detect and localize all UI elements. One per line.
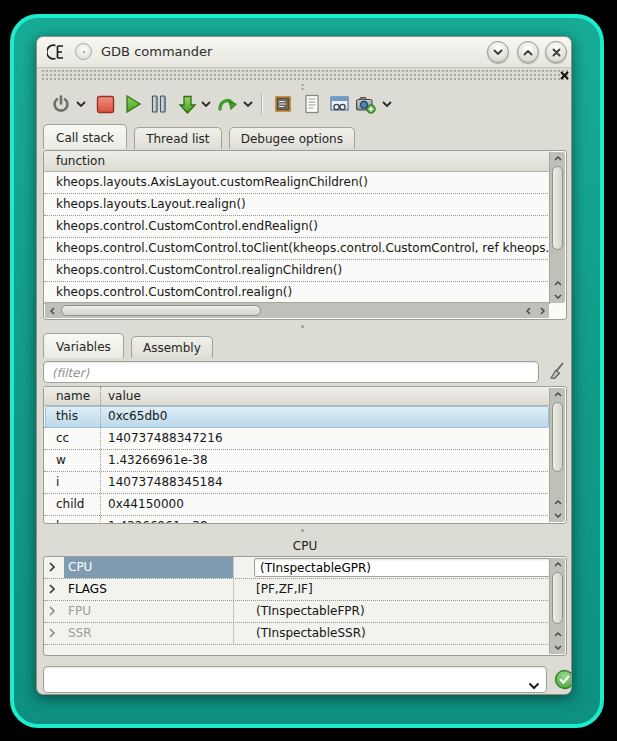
send-command-button[interactable] (554, 669, 572, 690)
chevron-up-icon (523, 49, 533, 56)
scroll-left-icon[interactable] (45, 303, 59, 318)
callstack-row[interactable]: kheops.control.CustomControl.realign() (44, 282, 550, 304)
close-icon (552, 48, 561, 57)
shade-button[interactable] (487, 41, 509, 63)
gdb-command-input[interactable] (44, 667, 522, 692)
cpu-group-title: CPU (37, 539, 572, 553)
power-button[interactable] (49, 91, 73, 117)
variables-vscrollbar[interactable] (549, 388, 565, 522)
variable-row[interactable]: cc140737488347216 (44, 428, 550, 450)
variables-vthumb[interactable] (552, 402, 563, 472)
cpu-value-field[interactable]: (TInspectableGPR) (255, 559, 549, 578)
cpu-vthumb[interactable] (552, 572, 563, 624)
variable-row[interactable]: i140737488345184 (44, 472, 550, 494)
scroll-down-icon[interactable] (550, 290, 565, 303)
step-into-icon (177, 94, 198, 115)
splitter-handle[interactable] (301, 529, 304, 532)
scroll-right-icon[interactable] (535, 303, 549, 318)
scroll-down-icon[interactable] (550, 641, 565, 654)
filter-field[interactable] (43, 361, 539, 383)
power-dropdown[interactable] (75, 98, 87, 110)
cpu-row[interactable]: FLAGS [PF,ZF,IF] (44, 579, 550, 601)
disassembly-icon (302, 94, 322, 114)
filter-input[interactable] (44, 363, 538, 383)
callstack-hscrollbar[interactable] (45, 302, 549, 318)
scroll-up-icon[interactable] (550, 388, 565, 401)
tab-call-stack[interactable]: Call stack (43, 124, 127, 149)
step-over-button[interactable] (215, 91, 239, 117)
toolbar-separator (261, 93, 262, 115)
callstack-row[interactable]: kheops.control.CustomControl.realignChil… (44, 260, 550, 282)
scroll-up-icon[interactable] (550, 558, 565, 571)
scroll-up-icon[interactable] (550, 277, 565, 290)
callstack-vthumb[interactable] (552, 166, 563, 250)
scroll-up-icon[interactable] (550, 152, 565, 165)
stop-button[interactable] (93, 91, 117, 117)
step-into-dropdown[interactable] (200, 98, 212, 110)
pause-button[interactable] (147, 91, 171, 117)
snapshot-dropdown[interactable] (381, 98, 393, 110)
tab-variables[interactable]: Variables (43, 333, 124, 358)
titlebar[interactable]: GDB commander (37, 37, 571, 68)
debug-toolbar (37, 85, 572, 123)
cpu-row[interactable]: FPU (TInspectableFPR) (44, 601, 550, 623)
expander-icon[interactable] (49, 561, 55, 575)
gdb-command-combobox[interactable] (43, 666, 547, 693)
window-menu-button[interactable] (75, 43, 92, 60)
chevron-down-icon (493, 49, 503, 56)
disassembly-button[interactable] (300, 91, 324, 117)
dock-close-button[interactable] (557, 68, 571, 82)
variables-col-value[interactable]: value (108, 387, 141, 405)
variables-col-name[interactable]: name (56, 389, 90, 403)
expander-icon[interactable] (49, 583, 55, 597)
variable-row[interactable]: w1.43266961e-38 (44, 450, 550, 472)
callstack-row[interactable]: kheops.control.CustomControl.endRealign(… (44, 216, 550, 238)
callstack-vscrollbar[interactable] (549, 152, 565, 303)
cpu-panel: CPU (TInspectableGPR) FLAGS [PF,ZF,IF] F… (43, 556, 567, 656)
scroll-left-icon[interactable] (521, 303, 535, 318)
cpu-vscrollbar[interactable] (549, 558, 565, 654)
scroll-up-icon[interactable] (550, 496, 565, 509)
variable-row[interactable]: h1.43266961e-38 (44, 516, 550, 524)
chevron-down-icon (528, 682, 540, 690)
variable-row[interactable]: this 0xc65db0 (44, 406, 550, 428)
step-over-icon (216, 94, 238, 115)
cpu-view-button[interactable] (271, 91, 295, 117)
cpu-row[interactable]: CPU (TInspectableGPR) (44, 557, 550, 579)
menu-dot-icon (83, 51, 85, 53)
callstack-row[interactable]: kheops.control.CustomControl.toClient(kh… (44, 238, 550, 260)
clear-filter-button[interactable] (545, 359, 569, 383)
cpu-row[interactable]: SSR (TInspectableSSR) (44, 623, 550, 645)
tab-debugee-options[interactable]: Debugee options (229, 127, 355, 149)
check-icon (554, 669, 572, 690)
variable-row[interactable]: child0x44150000 (44, 494, 550, 516)
chevron-down-icon (382, 101, 392, 107)
scroll-down-icon[interactable] (550, 509, 565, 522)
run-button[interactable] (121, 91, 145, 117)
tab-assembly[interactable]: Assembly (131, 336, 213, 358)
callstack-hthumb[interactable] (61, 305, 261, 316)
step-into-button[interactable] (175, 91, 199, 117)
expander-icon[interactable] (49, 627, 55, 641)
maximize-button[interactable] (517, 41, 539, 63)
callstack-row[interactable]: kheops.layouts.AxisLayout.customRealignC… (44, 172, 550, 194)
step-over-dropdown[interactable] (242, 98, 254, 110)
snapshot-button[interactable] (354, 91, 378, 117)
callstack-column-header[interactable]: function (44, 151, 550, 172)
watch-window-button[interactable] (327, 91, 351, 117)
gdb-commander-window: GDB commander (36, 36, 572, 695)
broom-icon (547, 361, 567, 381)
dock-handle[interactable] (41, 69, 569, 82)
tab-thread-list[interactable]: Thread list (134, 127, 221, 149)
splitter-handle[interactable] (301, 325, 304, 328)
watch-window-icon (329, 94, 350, 114)
run-icon (123, 94, 143, 114)
combo-dropdown-button[interactable] (528, 675, 540, 694)
pause-icon (150, 94, 168, 114)
scroll-up-icon[interactable] (550, 628, 565, 641)
expander-icon[interactable] (49, 605, 55, 619)
power-icon (51, 94, 71, 114)
close-button[interactable] (545, 41, 567, 63)
window-title: GDB commander (101, 44, 212, 59)
callstack-row[interactable]: kheops.layouts.Layout.realign() (44, 194, 550, 216)
